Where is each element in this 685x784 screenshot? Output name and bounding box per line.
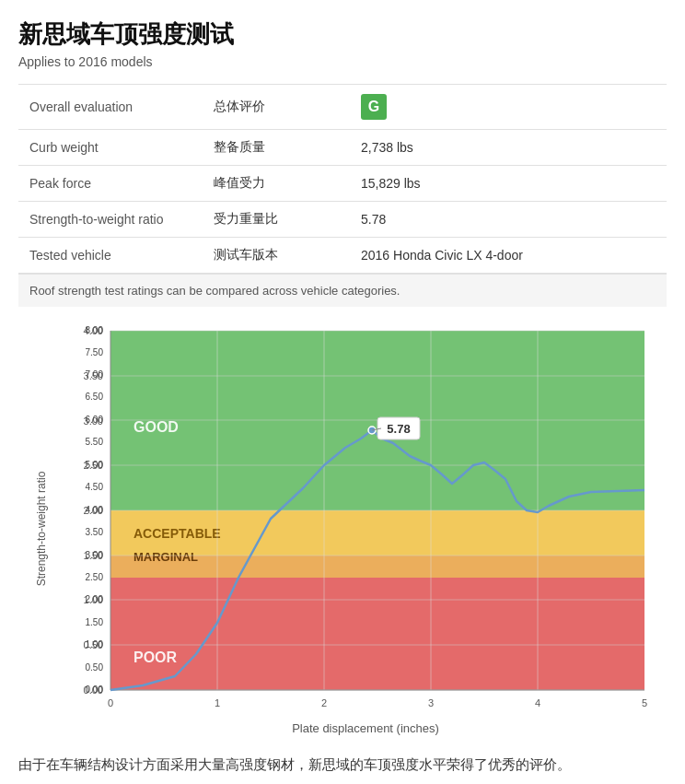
table-row: Strength-to-weight ratio受力重量比5.78 (18, 202, 667, 238)
svg-text:2.50: 2.50 (86, 572, 104, 582)
svg-text:7.00: 7.00 (86, 369, 104, 380)
row-label-zh: 整备质量 (203, 130, 350, 166)
table-row: Peak force峰值受力15,829 lbs (18, 166, 667, 202)
row-value: 5.78 (350, 202, 667, 238)
svg-text:5.50: 5.50 (86, 437, 104, 447)
svg-text:1.50: 1.50 (86, 617, 104, 627)
table-footnote: Roof strength test ratings can be compar… (18, 274, 667, 307)
grade-badge: G (361, 94, 387, 120)
svg-text:1: 1 (215, 697, 220, 708)
description: 由于在车辆结构设计方面采用大量高强度钢材，新思域的车顶强度水平荣得了优秀的评价。 (18, 754, 667, 776)
row-label-en: Curb weight (18, 130, 203, 166)
svg-text:8.00: 8.00 (86, 325, 104, 335)
specs-table: Overall evaluation总体评价GCurb weight整备质量2,… (18, 84, 667, 274)
chart-svg: GOOD ACCEPTABLE MARGINAL POOR 0.00 0.50 (64, 322, 663, 718)
svg-text:ACCEPTABLE: ACCEPTABLE (134, 526, 221, 541)
svg-text:0.00: 0.00 (86, 685, 104, 695)
row-label-zh: 峰值受力 (203, 166, 350, 202)
row-label-en: Strength-to-weight ratio (18, 202, 203, 238)
svg-text:6.00: 6.00 (86, 415, 104, 425)
row-value: 2,738 lbs (350, 130, 667, 166)
svg-text:0: 0 (108, 697, 113, 708)
svg-text:POOR: POOR (134, 649, 178, 665)
svg-text:GOOD: GOOD (134, 419, 179, 435)
svg-text:4.00: 4.00 (86, 505, 104, 515)
svg-text:7.50: 7.50 (86, 347, 104, 357)
svg-text:5.78: 5.78 (387, 422, 410, 436)
page-subtitle: Applies to 2016 models (18, 54, 667, 69)
row-label-en: Tested vehicle (18, 238, 203, 274)
table-row: Curb weight整备质量2,738 lbs (18, 130, 667, 166)
svg-text:1.00: 1.00 (86, 639, 104, 649)
svg-text:MARGINAL: MARGINAL (134, 550, 198, 564)
row-label-zh: 测试车版本 (203, 238, 350, 274)
svg-text:3.00: 3.00 (86, 550, 104, 560)
svg-text:3.50: 3.50 (86, 527, 104, 537)
svg-text:5.00: 5.00 (86, 460, 104, 470)
svg-rect-0 (110, 578, 644, 690)
row-label-en: Overall evaluation (18, 85, 203, 130)
table-row: Overall evaluation总体评价G (18, 85, 667, 130)
row-label-zh: 总体评价 (203, 85, 350, 130)
svg-text:4: 4 (535, 697, 540, 708)
row-value: 15,829 lbs (350, 166, 667, 202)
row-label-zh: 受力重量比 (203, 202, 350, 238)
row-value: G (350, 85, 667, 130)
table-row: Tested vehicle测试车版本2016 Honda Civic LX 4… (18, 238, 667, 274)
svg-text:3: 3 (428, 697, 434, 708)
row-value: 2016 Honda Civic LX 4-door (350, 238, 667, 274)
svg-text:2.00: 2.00 (86, 594, 104, 604)
page-title: 新思域车顶强度测试 (18, 18, 667, 51)
chart-container: Strength-to-weight ratio GOOD ACCEPTABLE (18, 322, 667, 735)
row-label-en: Peak force (18, 166, 203, 202)
svg-text:0.50: 0.50 (86, 662, 104, 673)
svg-text:2: 2 (321, 697, 327, 708)
svg-text:6.50: 6.50 (86, 392, 104, 402)
x-axis-label: Plate displacement (inches) (64, 721, 667, 735)
svg-text:4.50: 4.50 (86, 482, 104, 492)
y-axis-label: Strength-to-weight ratio (35, 471, 48, 586)
svg-text:5: 5 (642, 697, 647, 708)
